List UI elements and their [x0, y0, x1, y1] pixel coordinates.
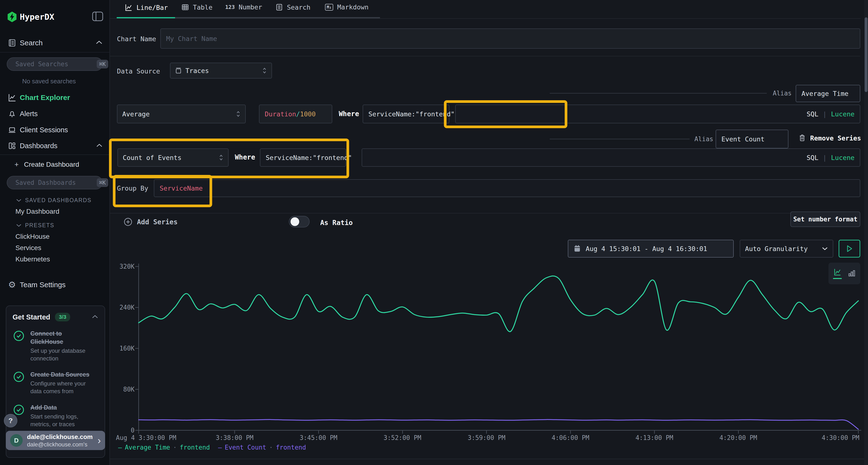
sidebar-item-chart-explorer[interactable]: Chart Explorer [0, 91, 110, 104]
where-input-series2[interactable]: ServiceName:"frontend" [260, 148, 346, 167]
x-tick-label: 3:52:00 PM [383, 434, 422, 441]
dashboards-icon [4, 141, 20, 150]
group-by-label: Group By [117, 185, 148, 192]
sidebar-item-clickhouse[interactable]: ClickHouse [16, 233, 50, 240]
as-ratio-label: As Ratio [320, 219, 353, 227]
check-circle-icon [12, 404, 25, 416]
get-started-item-desc: Set up your database connection [30, 347, 94, 363]
y-tick-label: 160K [110, 345, 134, 352]
granularity-select[interactable]: Auto Granularity [740, 240, 833, 258]
lucene-toggle[interactable]: Lucene [831, 110, 855, 118]
legend-dash: — [218, 444, 222, 451]
get-started-item[interactable]: Add Data Start sending logs, metrics, or… [12, 404, 98, 428]
saved-searches-field[interactable] [16, 61, 97, 68]
kbd-shortcut: ⌘K [97, 60, 108, 68]
aggregation-select-series2[interactable]: Count of Events [117, 148, 228, 167]
query-editor-series2[interactable]: SQL | Lucene [362, 148, 860, 167]
legend-item-average-time[interactable]: — Average Time · frontend [118, 444, 210, 451]
tab-search[interactable]: Search [275, 3, 311, 11]
chart-name-input[interactable] [160, 28, 860, 49]
search-section-header[interactable]: Search [0, 37, 110, 49]
create-dashboard-label: Create Dashboard [24, 161, 79, 168]
y-tick-label: 320K [110, 263, 134, 270]
sidebar-item-kubernetes[interactable]: Kubernetes [16, 255, 50, 263]
aggregation-select-series1[interactable]: Average [117, 105, 246, 123]
calendar-icon [574, 245, 581, 253]
remove-series-button[interactable]: Remove Series [799, 134, 861, 142]
y-tick-label: 0 [110, 427, 134, 434]
client-sessions-label: Client Sessions [20, 126, 68, 134]
main-content: Line/Bar Table 123 Number Search M↓ Mark… [110, 0, 868, 465]
select-chevrons-icon [262, 67, 267, 74]
sql-toggle[interactable]: SQL [807, 110, 818, 118]
sidebar-item-services[interactable]: Services [16, 244, 41, 252]
saved-dashboards-input[interactable]: ⌘K [7, 176, 103, 189]
chart-canvas [110, 260, 868, 443]
scrollbar-thumb[interactable] [865, 18, 868, 92]
check-circle-icon [12, 330, 25, 342]
tab-markdown[interactable]: M↓ Markdown [325, 3, 369, 11]
query-editor-series1[interactable]: SQL | Lucene [455, 105, 860, 123]
dashboards-label: Dashboards [20, 142, 57, 150]
saved-dashboards-header: SAVED DASHBOARDS [25, 197, 92, 204]
tab-number[interactable]: 123 Number [225, 3, 262, 11]
sidebar-item-client-sessions[interactable]: Client Sessions [0, 124, 110, 136]
get-started-item[interactable]: Connect to ClickHouse Set up your databa… [12, 330, 98, 362]
divider [110, 56, 860, 56]
where-input-series1[interactable]: ServiceName:"frontend" [363, 105, 450, 123]
field-input-series1[interactable]: Duration/1000 [259, 105, 332, 123]
brand-title: HyperDX [20, 12, 54, 22]
tab-line-bar[interactable]: Line/Bar [124, 3, 168, 11]
line-chart-icon [124, 3, 133, 11]
trash-icon [799, 134, 806, 142]
get-started-item-title: Connect to ClickHouse [30, 330, 94, 346]
alias-label: Alias [694, 135, 713, 143]
user-account-chip[interactable]: D dale@clickhouse.com dale@clickhouse.co… [6, 431, 105, 450]
toggle-knob [290, 217, 299, 226]
alias-input-series1[interactable]: Average Time [796, 85, 860, 102]
presets-section[interactable]: PRESETS [16, 222, 54, 229]
tab-table[interactable]: Table [181, 3, 212, 11]
add-series-button[interactable]: Add Series [123, 217, 178, 227]
user-email: dale@clickhouse.com [27, 433, 93, 441]
sidebar: HyperDX Search ⌘K No saved searches Char… [0, 0, 110, 465]
sql-toggle[interactable]: SQL [807, 154, 818, 161]
help-button[interactable]: ? [4, 414, 18, 427]
as-ratio-toggle[interactable] [289, 216, 310, 227]
sidebar-item-team-settings[interactable]: ⚙ Team Settings [0, 278, 110, 291]
get-started-header[interactable]: Get Started 3/3 [12, 313, 98, 322]
saved-dashboards-section[interactable]: SAVED DASHBOARDS [16, 197, 92, 204]
kbd-shortcut: ⌘K [97, 178, 108, 187]
x-tick-label: 4:20:00 PM [719, 434, 757, 441]
group-by-input[interactable]: ServiceName [154, 179, 860, 197]
alias-input-series2[interactable]: Event Count [716, 130, 788, 148]
get-started-item[interactable]: Create Data Sources Configure where your… [12, 371, 98, 395]
timeseries-chart[interactable]: 0 80K 160K 240K 320K Aug 4 3:30:00 PM 3:… [110, 260, 868, 443]
collapse-sidebar-icon[interactable] [92, 11, 103, 22]
legend-dash: — [118, 444, 122, 451]
sidebar-item-dashboards[interactable]: Dashboards [0, 139, 110, 152]
x-tick-label: 4:13:00 PM [636, 434, 674, 441]
run-query-button[interactable] [839, 240, 860, 258]
date-range-picker[interactable]: Aug 4 15:30:01 - Aug 4 16:30:01 [568, 240, 734, 258]
create-dashboard-button[interactable]: + Create Dashboard [0, 159, 110, 170]
sidebar-item-my-dashboard[interactable]: My Dashboard [16, 208, 59, 215]
x-tick-label: 4:06:00 PM [552, 434, 590, 441]
chart-legend: — Average Time · frontend — Event Count … [118, 444, 306, 451]
x-tick-label: 3:45:00 PM [300, 434, 338, 441]
saved-dashboards-field[interactable] [16, 179, 97, 186]
lucene-toggle[interactable]: Lucene [831, 154, 855, 161]
set-number-format-button[interactable]: Set number format [790, 211, 860, 227]
play-icon [846, 245, 853, 253]
legend-item-event-count[interactable]: — Event Count · frontend [218, 444, 306, 451]
y-tick-label: 240K [110, 304, 134, 311]
saved-searches-input[interactable]: ⌘K [7, 57, 103, 71]
search-section-label: Search [20, 39, 43, 47]
divider [0, 52, 110, 53]
divider [0, 155, 110, 155]
sidebar-item-alerts[interactable]: Alerts [0, 107, 110, 120]
data-source-select[interactable]: Traces [170, 63, 272, 78]
check-circle-icon [12, 371, 25, 383]
y-tick-label: 80K [110, 386, 134, 393]
divider [110, 213, 860, 213]
